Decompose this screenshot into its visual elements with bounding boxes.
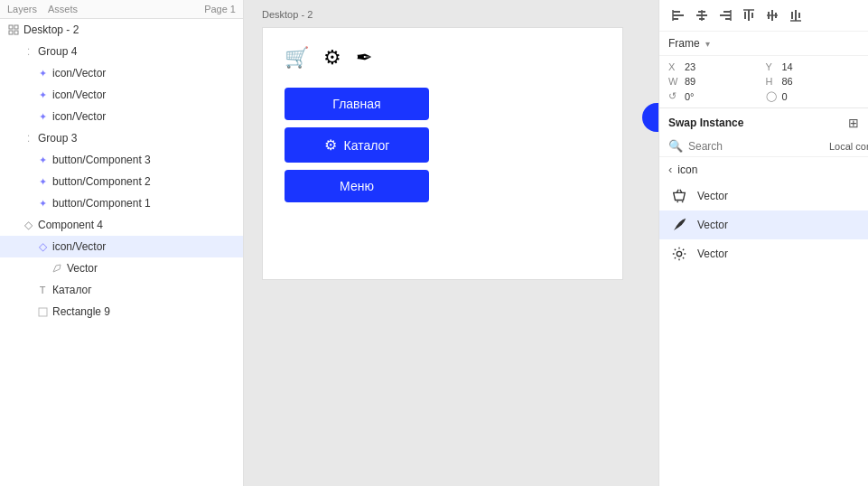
swap-instance-title: Swap Instance xyxy=(668,117,743,129)
menu-button[interactable]: Меню xyxy=(285,170,429,202)
rotation-value[interactable]: 0° xyxy=(685,91,695,102)
align-right-button[interactable] xyxy=(715,5,735,25)
svg-rect-3 xyxy=(14,31,18,34)
desktop-label: Desktop - 2 xyxy=(262,9,313,20)
search-icon: 🔍 xyxy=(668,139,683,153)
layer-rect9[interactable]: Rectangle 9 xyxy=(0,301,243,322)
page-selector[interactable]: Page 1 xyxy=(204,4,236,14)
svg-rect-5 xyxy=(673,11,680,13)
search-row: 🔍 Local compo... xyxy=(659,136,868,157)
layer-vector[interactable]: Vector xyxy=(0,257,243,279)
gear-icon-comp xyxy=(670,245,688,263)
layer-catalog-label: Каталог xyxy=(52,284,236,296)
layer-button-comp3-label: button/Component 3 xyxy=(52,154,236,166)
panel-header: Layers Assets Page 1 xyxy=(0,0,243,19)
layer-group4-label: Group 4 xyxy=(38,45,236,58)
svg-rect-25 xyxy=(791,12,793,19)
layer-icon-vector-2[interactable]: ✦ icon/Vector xyxy=(0,84,243,106)
frame-icons-row: 🛒 ⚙ ✒ xyxy=(263,28,622,80)
x-value[interactable]: 23 xyxy=(685,61,695,72)
cross-icon-6: ✦ xyxy=(36,197,49,210)
align-left-button[interactable] xyxy=(668,5,688,25)
cross-icon-3: ✦ xyxy=(36,110,49,123)
canvas-frame: 🛒 ⚙ ✒ ✒ Каталог Главная ⚙ Каталог Меню xyxy=(262,27,623,280)
frame-row: Frame ▾ xyxy=(659,32,868,56)
align-top-button[interactable] xyxy=(739,5,759,25)
diamond-icon-1: ◇ xyxy=(22,219,34,231)
quill-icon-comp xyxy=(670,216,688,234)
assets-tab[interactable]: Assets xyxy=(48,4,78,14)
svg-rect-1 xyxy=(14,25,18,29)
h-label: H xyxy=(766,76,779,87)
swap-instance-icon[interactable]: ⊞ xyxy=(848,116,859,130)
x-label: X xyxy=(668,61,681,72)
y-label: Y xyxy=(766,61,779,72)
local-comp-button[interactable]: Local compo... xyxy=(829,141,868,152)
layer-button-comp3[interactable]: ✦ button/Component 3 xyxy=(0,149,243,171)
cross-icon-4: ✦ xyxy=(36,154,49,166)
align-center-v-button[interactable] xyxy=(762,5,782,25)
layer-group3[interactable]: ⁚ Group 3 xyxy=(0,127,243,149)
component-item-vec2[interactable]: Vector xyxy=(659,210,868,239)
cross-icon-2: ✦ xyxy=(36,89,49,101)
layer-button-comp1[interactable]: ✦ button/Component 1 xyxy=(0,192,243,214)
align-bottom-button[interactable] xyxy=(786,5,806,25)
rotation-label: ↺ xyxy=(668,90,681,102)
svg-point-31 xyxy=(677,251,681,256)
align-row xyxy=(659,0,868,32)
component-vec3-label: Vector xyxy=(697,248,728,260)
layer-button-comp2[interactable]: ✦ button/Component 2 xyxy=(0,171,243,192)
pen-icon-canvas: ✒ xyxy=(356,46,372,70)
layer-catalog[interactable]: T Каталог xyxy=(0,279,243,301)
back-row[interactable]: ‹ icon xyxy=(659,157,868,182)
component-vec1-label: Vector xyxy=(697,190,728,202)
catalog-label: Каталог xyxy=(344,138,390,153)
svg-rect-7 xyxy=(673,18,678,20)
layer-icon-vector-sel-label: icon/Vector xyxy=(52,240,236,253)
layers-tab[interactable]: Layers xyxy=(7,4,37,14)
x-prop: X 23 xyxy=(668,61,762,72)
gear-icon-canvas: ⚙ xyxy=(323,46,341,70)
component-item-vec1[interactable]: Vector xyxy=(659,182,868,210)
svg-rect-27 xyxy=(798,13,800,18)
radius-value[interactable]: 0 xyxy=(782,91,788,102)
w-value[interactable]: 89 xyxy=(685,76,695,87)
rect-icon xyxy=(36,305,49,318)
dot-grid-icon-2: ⁚ xyxy=(22,132,34,145)
layer-vector-label: Vector xyxy=(67,262,236,275)
canvas-area: Desktop - 2 🛒 ⚙ ✒ ✒ Каталог Главная ⚙ Ка… xyxy=(244,0,658,486)
layer-rect9-label: Rectangle 9 xyxy=(52,305,236,318)
back-label: icon xyxy=(677,164,697,176)
component-vec2-label: Vector xyxy=(697,219,728,231)
svg-rect-19 xyxy=(751,13,753,18)
svg-rect-26 xyxy=(795,10,797,21)
right-panel: Frame ▾ X 23 Y 14 W 89 H 86 ↺ 0° ◯ 0 Swa xyxy=(658,0,868,486)
svg-rect-18 xyxy=(748,10,750,21)
search-input[interactable] xyxy=(688,140,824,153)
layer-desktop2[interactable]: Desktop - 2 xyxy=(0,19,243,41)
layer-icon-vector-sel[interactable]: ◇ icon/Vector xyxy=(0,236,243,257)
rotation-prop: ↺ 0° xyxy=(668,90,762,102)
component-item-vec3[interactable]: Vector xyxy=(659,239,868,268)
layer-group4[interactable]: ⁚ Group 4 xyxy=(0,41,243,62)
catalog-button[interactable]: ⚙ Каталог xyxy=(285,127,429,163)
y-value[interactable]: 14 xyxy=(782,61,793,72)
layer-component4[interactable]: ◇ Component 4 xyxy=(0,214,243,236)
left-panel: Layers Assets Page 1 Desktop - 2 ⁚ Group… xyxy=(0,0,244,486)
svg-rect-6 xyxy=(673,14,684,16)
layer-icon-vector-3[interactable]: ✦ icon/Vector xyxy=(0,106,243,127)
layer-icon-vector-3-label: icon/Vector xyxy=(52,110,236,123)
glavnaya-button[interactable]: Главная xyxy=(285,88,429,120)
diamond-icon-2: ◇ xyxy=(36,240,49,253)
y-prop: Y 14 xyxy=(766,61,860,72)
layer-icon-vector-2-label: icon/Vector xyxy=(52,89,236,101)
svg-rect-17 xyxy=(744,12,746,19)
dot-grid-icon: ⁚ xyxy=(22,45,34,58)
h-prop: H 86 xyxy=(766,76,860,87)
h-value[interactable]: 86 xyxy=(782,76,793,87)
layer-icon-vector-1[interactable]: ✦ icon/Vector xyxy=(0,62,243,84)
gear-icon-btn: ⚙ xyxy=(324,136,337,154)
svg-rect-13 xyxy=(723,11,731,13)
align-center-h-button[interactable] xyxy=(692,5,712,25)
frame-chevron[interactable]: ▾ xyxy=(705,39,710,49)
